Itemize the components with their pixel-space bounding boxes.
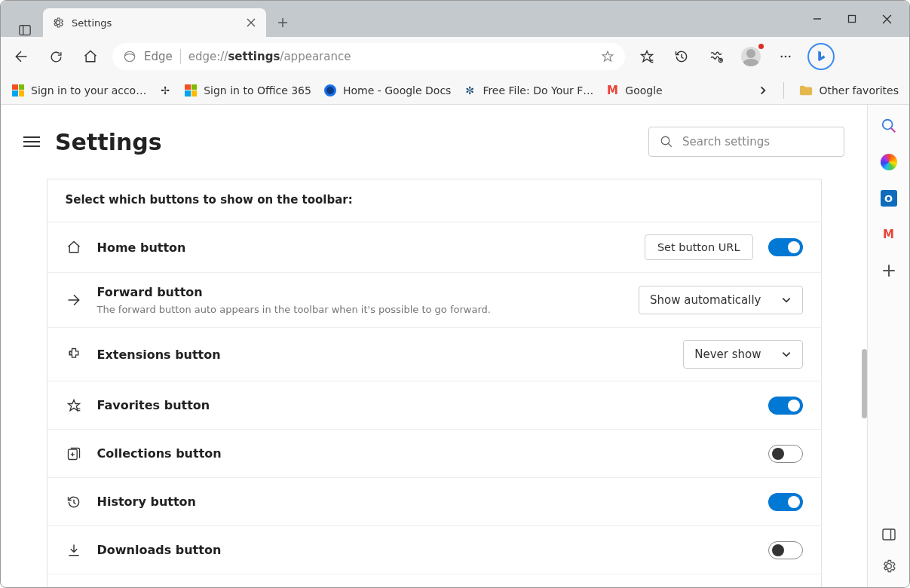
settings-header: Settings: [1, 105, 867, 179]
section-title: Select which buttons to show on the tool…: [47, 179, 821, 222]
row-label: Favorites button: [97, 398, 753, 412]
edge-logo-icon: [123, 50, 136, 63]
other-favorites-folder[interactable]: Other favorites: [799, 84, 899, 97]
microsoft-icon: [12, 84, 24, 96]
favorite-star-button[interactable]: [601, 50, 614, 63]
bing-chat-button[interactable]: [807, 43, 835, 70]
folder-icon: [799, 84, 813, 97]
row-label: Home button: [97, 240, 630, 255]
search-settings-input[interactable]: [682, 135, 833, 149]
row-extensions-button: Extensions button Never show: [47, 327, 821, 381]
scrollbar-thumb[interactable]: [862, 349, 867, 418]
chevron-down-icon: [781, 295, 792, 305]
browser-essentials-button[interactable]: [703, 44, 729, 69]
sidebar-search-button[interactable]: [878, 115, 899, 136]
row-history-button: History button: [47, 477, 821, 525]
panel-icon: [18, 23, 32, 37]
outlook-icon: O: [881, 190, 897, 207]
bookmark-google-docs[interactable]: Home - Google Docs: [323, 84, 451, 97]
row-browser-essentials-button: Browser essentials button: [47, 574, 821, 587]
minimize-button[interactable]: [807, 8, 828, 29]
row-downloads-button: Downloads button: [47, 525, 821, 574]
bookmark-free-file[interactable]: ✼Free File: Do Your F…: [463, 84, 593, 97]
bookmark-signin-account[interactable]: Sign in to your acco…: [11, 84, 146, 97]
home-button-toggle[interactable]: [768, 238, 803, 256]
svg-point-8: [780, 56, 783, 58]
history-button-toggle[interactable]: [768, 493, 803, 511]
edge-sidebar: O M: [867, 105, 909, 587]
forward-button-select[interactable]: Show automatically: [639, 286, 803, 314]
tab-title: Settings: [72, 17, 237, 29]
row-label: History button: [97, 495, 753, 509]
favorites-toolbar-button[interactable]: [634, 44, 660, 69]
notification-dot: [758, 44, 764, 49]
row-description: The forward button auto appears in the t…: [97, 304, 624, 315]
row-forward-button: Forward button The forward button auto a…: [47, 272, 821, 327]
gmail-icon: M: [605, 84, 619, 97]
microsoft-icon: [185, 84, 197, 96]
titlebar: Settings: [1, 1, 909, 37]
toolbar-buttons-section: Select which buttons to show on the tool…: [47, 179, 822, 587]
sidebar-m365-button[interactable]: [878, 152, 899, 173]
more-menu-button[interactable]: [773, 44, 798, 69]
row-home-button: Home button Set button URL: [47, 222, 821, 272]
irs-icon: ✼: [463, 84, 476, 97]
bookmark-misc[interactable]: ✢: [158, 84, 172, 97]
history-icon: [66, 495, 82, 510]
active-tab[interactable]: Settings: [43, 8, 266, 37]
downloads-button-toggle[interactable]: [768, 541, 803, 559]
sidebar-gmail-button[interactable]: M: [878, 224, 899, 245]
svg-point-13: [69, 352, 72, 354]
close-window-button[interactable]: [876, 8, 897, 29]
svg-point-17: [882, 120, 892, 130]
svg-line-12: [668, 143, 672, 147]
row-label: Extensions button: [97, 348, 669, 362]
page-title: Settings: [55, 129, 162, 155]
svg-point-10: [789, 56, 791, 58]
m365-icon: [881, 154, 897, 170]
address-bar-row: Edge edge://settings/appearance: [1, 37, 909, 76]
extensions-button-select[interactable]: Never show: [683, 340, 802, 369]
sidebar-panel-button[interactable]: [878, 524, 899, 545]
close-tab-button[interactable]: [245, 17, 257, 29]
svg-rect-3: [849, 16, 856, 23]
downloads-icon: [66, 543, 82, 558]
favorites-icon: [66, 398, 82, 413]
bookmarks-bar: Sign in to your acco… ✢ Sign in to Offic…: [1, 76, 909, 105]
bookmark-google[interactable]: MGoogle: [605, 84, 662, 97]
separator: [180, 49, 181, 64]
extensions-icon: [66, 347, 82, 362]
row-label: Collections button: [97, 446, 753, 461]
forward-icon: [66, 292, 82, 308]
url-path: edge://settings/appearance: [188, 50, 351, 63]
row-collections-button: Collections button: [47, 429, 821, 477]
new-tab-button[interactable]: [269, 8, 296, 37]
row-label: Forward button: [97, 285, 624, 299]
row-favorites-button: Favorites button: [47, 381, 821, 429]
back-button[interactable]: [8, 44, 34, 69]
search-settings-box[interactable]: [648, 127, 844, 157]
address-bar[interactable]: Edge edge://settings/appearance: [112, 43, 625, 70]
pin-icon: ✢: [158, 84, 172, 97]
svg-point-11: [661, 136, 669, 145]
collections-icon: [66, 446, 82, 461]
sidebar-add-button[interactable]: [878, 260, 899, 281]
tab-actions-button[interactable]: [7, 23, 43, 37]
search-icon: [660, 135, 673, 149]
favorites-button-toggle[interactable]: [768, 397, 803, 415]
bookmarks-overflow-button[interactable]: [758, 85, 768, 96]
refresh-button[interactable]: [43, 44, 69, 69]
history-toolbar-button[interactable]: [669, 44, 694, 69]
profile-button[interactable]: [738, 44, 764, 69]
sidebar-settings-button[interactable]: [878, 556, 899, 577]
row-label: Downloads button: [97, 543, 753, 557]
svg-point-4: [124, 51, 135, 62]
sidebar-outlook-button[interactable]: O: [878, 188, 899, 209]
settings-menu-button[interactable]: [23, 136, 40, 147]
home-nav-button[interactable]: [78, 44, 103, 69]
gmail-icon: M: [883, 228, 894, 241]
set-button-url-button[interactable]: Set button URL: [645, 234, 753, 260]
collections-button-toggle[interactable]: [768, 445, 803, 463]
maximize-button[interactable]: [841, 8, 863, 29]
bookmark-office-365[interactable]: Sign in to Office 365: [184, 84, 311, 97]
